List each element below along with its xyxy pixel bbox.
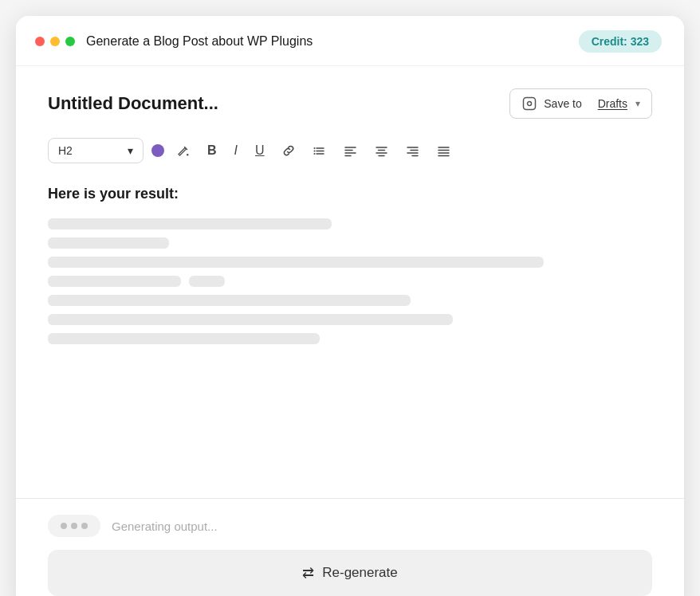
generating-text: Generating output... bbox=[112, 520, 218, 533]
underline-label: U bbox=[255, 143, 265, 158]
doc-title[interactable]: Untitled Document... bbox=[48, 93, 218, 114]
title-bar: Generate a Blog Post about WP Plugins Cr… bbox=[16, 16, 684, 66]
align-center-button[interactable] bbox=[370, 141, 393, 161]
regenerate-button[interactable]: ⇄ Re-generate bbox=[48, 550, 652, 596]
app-window: Generate a Blog Post about WP Plugins Cr… bbox=[16, 16, 684, 596]
link-button[interactable] bbox=[277, 141, 300, 160]
italic-label: I bbox=[234, 143, 238, 158]
heading-value: H2 bbox=[58, 144, 73, 157]
credit-badge: Credit: 323 bbox=[579, 30, 662, 53]
editor-area: Untitled Document... Save to Drafts ▾ H2… bbox=[16, 66, 684, 498]
traffic-lights bbox=[35, 37, 75, 46]
svg-point-6 bbox=[313, 147, 315, 149]
justify-button[interactable] bbox=[432, 141, 455, 161]
dot-1 bbox=[61, 523, 67, 529]
skeleton-line-group bbox=[48, 276, 652, 287]
svg-rect-2 bbox=[187, 154, 189, 156]
align-left-button[interactable] bbox=[339, 141, 362, 161]
svg-point-8 bbox=[313, 153, 315, 155]
list-button[interactable] bbox=[308, 141, 331, 161]
title-bar-left: Generate a Blog Post about WP Plugins bbox=[35, 34, 313, 49]
svg-point-7 bbox=[313, 150, 315, 151]
generating-footer: Generating output... ⇄ Re-generate bbox=[16, 499, 684, 596]
skeleton-line bbox=[48, 295, 411, 306]
heading-chevron-icon: ▾ bbox=[128, 144, 133, 157]
skeleton-line bbox=[48, 257, 544, 268]
doc-header-row: Untitled Document... Save to Drafts ▾ bbox=[48, 88, 652, 119]
dot-3 bbox=[81, 523, 88, 529]
underline-button[interactable]: U bbox=[250, 140, 269, 161]
save-to-label: Save to bbox=[544, 97, 581, 110]
italic-button[interactable]: I bbox=[230, 140, 242, 161]
traffic-light-red[interactable] bbox=[35, 37, 45, 46]
traffic-light-green[interactable] bbox=[65, 37, 75, 46]
result-label: Here is your result: bbox=[48, 186, 652, 202]
save-drafts-button[interactable]: Save to Drafts ▾ bbox=[509, 88, 652, 119]
regenerate-icon: ⇄ bbox=[302, 564, 314, 582]
skeleton-line bbox=[189, 276, 225, 287]
drafts-label: Drafts bbox=[598, 97, 627, 110]
skeleton-line bbox=[48, 218, 332, 229]
bold-label: B bbox=[207, 143, 217, 158]
dot-2 bbox=[71, 523, 77, 529]
toolbar: H2 ▾ B I U bbox=[48, 138, 652, 163]
window-title: Generate a Blog Post about WP Plugins bbox=[86, 34, 313, 49]
bold-button[interactable]: B bbox=[203, 140, 222, 161]
svg-rect-0 bbox=[524, 98, 536, 110]
align-right-button[interactable] bbox=[401, 141, 424, 161]
traffic-light-yellow[interactable] bbox=[50, 37, 60, 46]
skeleton-line bbox=[48, 237, 169, 249]
svg-point-1 bbox=[528, 102, 532, 106]
regenerate-label: Re-generate bbox=[322, 565, 398, 581]
content-body: Here is your result: bbox=[48, 186, 652, 344]
color-picker-button[interactable] bbox=[172, 141, 195, 160]
skeleton-line bbox=[48, 333, 320, 344]
skeleton-line bbox=[48, 314, 453, 325]
skeleton-lines bbox=[48, 218, 652, 344]
generating-status: Generating output... bbox=[48, 515, 218, 537]
skeleton-line bbox=[48, 276, 181, 287]
heading-select[interactable]: H2 ▾ bbox=[48, 138, 144, 163]
color-dot[interactable] bbox=[151, 144, 164, 157]
chevron-down-icon: ▾ bbox=[635, 98, 640, 109]
loading-dots bbox=[48, 515, 100, 537]
save-icon bbox=[521, 96, 537, 112]
